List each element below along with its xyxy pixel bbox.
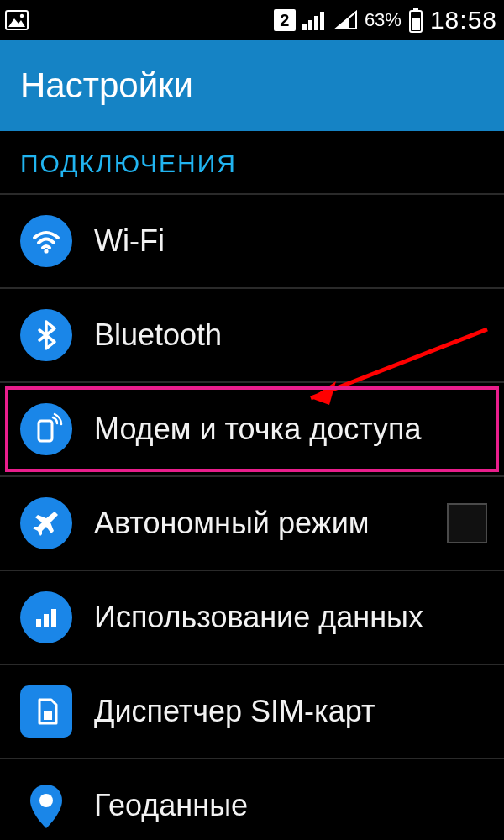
- svg-marker-15: [311, 381, 336, 405]
- battery-icon: [408, 8, 423, 33]
- svg-marker-1: [8, 18, 25, 27]
- svg-rect-16: [36, 619, 41, 627]
- row-bluetooth[interactable]: Bluetooth: [0, 289, 504, 383]
- row-tethering[interactable]: Модем и точка доступа: [0, 383, 504, 477]
- row-airplane-label: Автономный режим: [94, 506, 425, 541]
- location-pin-icon: [20, 780, 72, 832]
- svg-point-2: [20, 14, 24, 18]
- svg-rect-19: [44, 711, 52, 720]
- row-data-usage[interactable]: Использование данных: [0, 571, 504, 665]
- row-geodata[interactable]: Геоданные: [0, 759, 504, 840]
- svg-rect-3: [302, 24, 307, 30]
- hotspot-icon: [20, 403, 72, 455]
- status-bar: 2 63% 18:58: [0, 0, 504, 40]
- app-header: Настройки: [0, 40, 504, 131]
- airplane-icon: [20, 497, 72, 549]
- row-airplane[interactable]: Автономный режим: [0, 477, 504, 571]
- svg-rect-18: [51, 609, 56, 627]
- data-usage-icon: [20, 591, 72, 643]
- airplane-checkbox[interactable]: [447, 503, 487, 543]
- row-geodata-label: Геоданные: [94, 788, 487, 823]
- row-wifi[interactable]: Wi-Fi: [0, 195, 504, 289]
- row-data-usage-label: Использование данных: [94, 600, 487, 635]
- svg-rect-17: [44, 614, 49, 627]
- battery-percent: 63%: [365, 9, 402, 31]
- page-title: Настройки: [20, 66, 193, 106]
- row-wifi-label: Wi-Fi: [94, 223, 487, 259]
- gallery-icon: [5, 10, 29, 30]
- row-tethering-label: Модем и точка доступа: [94, 412, 487, 447]
- row-sim-manager-label: Диспетчер SIM-карт: [94, 694, 487, 729]
- svg-rect-13: [39, 421, 52, 441]
- svg-point-12: [44, 249, 48, 253]
- status-clock: 18:58: [430, 6, 497, 34]
- bluetooth-icon: [20, 309, 72, 361]
- svg-rect-5: [314, 16, 318, 30]
- sim-card-icon: [20, 685, 72, 738]
- row-bluetooth-label: Bluetooth: [94, 318, 487, 353]
- svg-rect-10: [413, 8, 418, 12]
- settings-list: Wi-Fi Bluetooth Модем и точка доступа Ав…: [0, 195, 504, 840]
- svg-point-20: [39, 794, 53, 807]
- sim-badge: 2: [274, 9, 296, 31]
- signal-icon: [302, 10, 328, 30]
- svg-rect-11: [412, 18, 420, 30]
- row-sim-manager[interactable]: Диспетчер SIM-карт: [0, 665, 504, 759]
- wifi-icon: [20, 215, 72, 267]
- signal-secondary-icon: [334, 10, 358, 30]
- section-connections: ПОДКЛЮЧЕНИЯ: [0, 131, 504, 195]
- svg-rect-4: [308, 20, 312, 30]
- svg-rect-6: [320, 12, 324, 30]
